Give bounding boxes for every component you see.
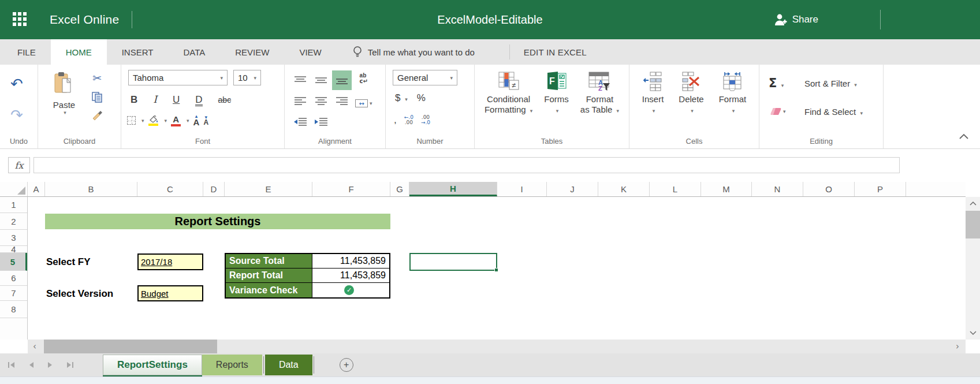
borders-icon[interactable] — [127, 116, 136, 125]
selected-cell-h5[interactable] — [409, 253, 497, 271]
column-header-d[interactable]: D — [203, 182, 225, 196]
variance-check-value-cell[interactable]: ✓ — [312, 283, 389, 297]
tab-insert[interactable]: INSERT — [107, 39, 169, 65]
underline-button[interactable]: U — [173, 94, 180, 106]
column-header-a[interactable]: A — [28, 182, 45, 196]
formula-input[interactable] — [33, 157, 900, 173]
scroll-right-button[interactable]: › — [951, 341, 964, 352]
row-header-7[interactable]: 7 — [0, 286, 27, 301]
select-version-label[interactable]: Select Version — [46, 286, 113, 301]
tab-home[interactable]: HOME — [51, 39, 107, 65]
font-name-select[interactable]: Tahoma ▾ — [128, 70, 228, 85]
row-header-6[interactable]: 6 — [0, 271, 27, 286]
row-header-3[interactable]: 3 — [0, 230, 27, 246]
font-color-dropdown-arrow[interactable]: ▾ — [187, 118, 189, 124]
align-bottom-button[interactable] — [332, 70, 352, 90]
fill-handle[interactable] — [494, 268, 498, 272]
scroll-down-button[interactable] — [966, 327, 980, 340]
column-header-n[interactable]: N — [752, 182, 803, 196]
strikethrough-button[interactable]: abc — [218, 95, 232, 105]
fx-button[interactable]: fx — [8, 157, 30, 173]
redo-button[interactable]: ↷ — [10, 106, 23, 124]
column-header-b[interactable]: B — [45, 182, 137, 196]
row-header-1[interactable]: 1 — [0, 197, 27, 213]
select-fy-label[interactable]: Select FY — [46, 253, 91, 271]
column-header-g[interactable]: G — [390, 182, 409, 196]
align-top-button[interactable] — [290, 70, 310, 90]
sheet-canvas[interactable]: Report Settings Select FY 2017/18 Select… — [28, 197, 966, 340]
italic-button[interactable]: I — [153, 94, 157, 105]
find-select-button[interactable]: Find & Select ▾ — [804, 107, 863, 117]
tab-data[interactable]: DATA — [168, 39, 220, 65]
column-header-j[interactable]: J — [547, 182, 598, 196]
format-painter-button[interactable] — [91, 110, 103, 120]
share-button[interactable]: Share — [774, 13, 818, 26]
source-total-label-cell[interactable]: Source Total — [226, 254, 312, 268]
number-format-select[interactable]: General ▾ — [393, 70, 457, 85]
grow-font-button[interactable]: ▴ A — [193, 114, 200, 126]
vertical-scroll-thumb[interactable] — [966, 211, 980, 238]
tab-view[interactable]: VIEW — [284, 39, 336, 65]
row-header-2[interactable]: 2 — [0, 213, 27, 230]
undo-button[interactable]: ↶ — [10, 75, 23, 92]
increase-decimal-button[interactable]: ←.0 .00 — [404, 115, 413, 126]
horizontal-scroll-thumb[interactable] — [44, 340, 217, 353]
fill-color-dropdown-arrow[interactable]: ▾ — [165, 118, 167, 124]
column-header-m[interactable]: M — [701, 182, 752, 196]
variance-check-label-cell[interactable]: Variance Check — [226, 283, 312, 297]
merge-cells-button[interactable]: ↔ ▾ — [355, 99, 372, 107]
paste-button[interactable]: Paste ▾ — [46, 72, 82, 115]
select-all-corner[interactable] — [0, 182, 28, 196]
column-header-f[interactable]: F — [312, 182, 390, 196]
fill-color-button[interactable] — [148, 115, 159, 126]
last-sheet-icon[interactable] — [66, 361, 74, 368]
decrease-decimal-button[interactable]: .00 →.0 — [421, 115, 430, 126]
column-header-e[interactable]: E — [225, 182, 312, 196]
font-color-button[interactable]: A — [171, 115, 181, 126]
column-header-o[interactable]: O — [803, 182, 855, 196]
autosum-button[interactable]: Σ ▾ — [769, 76, 786, 90]
sort-filter-button[interactable]: Sort & Filter ▾ — [804, 79, 863, 88]
cut-button[interactable]: ✂ — [91, 72, 103, 84]
report-total-value-cell[interactable]: 11,453,859 — [312, 269, 389, 282]
double-underline-button[interactable]: D — [195, 95, 202, 106]
row-header-5-selected[interactable]: 5 — [0, 253, 27, 271]
align-right-button[interactable] — [332, 91, 352, 111]
column-header-i[interactable]: I — [497, 182, 547, 196]
borders-dropdown-arrow[interactable]: ▾ — [141, 118, 144, 124]
row-header-8[interactable]: 8 — [0, 301, 27, 318]
select-fy-input-cell[interactable]: 2017/18 — [137, 253, 203, 270]
tab-file[interactable]: FILE — [2, 39, 51, 65]
align-middle-button[interactable] — [311, 70, 331, 90]
collapse-ribbon-button[interactable] — [959, 131, 968, 141]
next-sheet-icon[interactable] — [47, 361, 54, 368]
sheet-tab-data[interactable]: Data — [265, 355, 312, 375]
column-header-c[interactable]: C — [137, 182, 203, 196]
sheet-tab-reportsettings[interactable]: ReportSettings — [103, 355, 202, 375]
vertical-scrollbar[interactable] — [966, 197, 980, 340]
shrink-font-button[interactable]: ▾ A — [203, 115, 208, 126]
percent-button[interactable]: % — [417, 92, 426, 104]
column-header-l[interactable]: L — [650, 182, 701, 196]
clear-button[interactable]: ▾ — [769, 107, 786, 115]
tab-review[interactable]: REVIEW — [220, 39, 284, 65]
increase-indent-button[interactable] — [311, 112, 331, 132]
align-center-button[interactable] — [311, 91, 331, 111]
column-header-k[interactable]: K — [598, 182, 650, 196]
first-sheet-icon[interactable] — [8, 361, 16, 368]
add-sheet-button[interactable]: + — [340, 358, 353, 372]
horizontal-scrollbar[interactable]: ‹ › — [28, 340, 966, 353]
select-version-input-cell[interactable]: Budget — [137, 285, 203, 301]
report-total-label-cell[interactable]: Report Total — [226, 269, 312, 282]
currency-button[interactable]: $ ▾ — [395, 92, 408, 104]
comma-style-button[interactable]: , — [394, 114, 397, 126]
row-header-4[interactable]: 4 — [0, 246, 27, 253]
report-settings-banner[interactable]: Report Settings — [45, 214, 390, 229]
decrease-indent-button[interactable] — [290, 112, 310, 132]
scroll-up-button[interactable] — [966, 197, 980, 210]
paste-dropdown-arrow[interactable]: ▾ — [48, 110, 82, 115]
scroll-left-button[interactable]: ‹ — [28, 341, 42, 352]
previous-sheet-icon[interactable] — [28, 361, 35, 368]
column-header-h-selected[interactable]: H — [409, 182, 497, 196]
wrap-text-button[interactable]: ab c↵ — [360, 73, 368, 84]
